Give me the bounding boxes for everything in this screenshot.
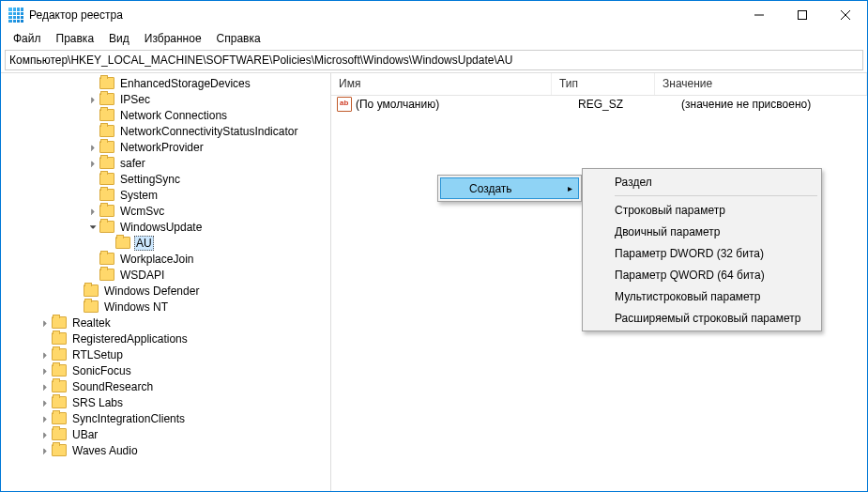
chevron-right-icon[interactable] bbox=[38, 430, 52, 439]
string-value-icon bbox=[337, 97, 352, 112]
tree-item-label: SettingSync bbox=[118, 173, 182, 186]
chevron-right-icon[interactable] bbox=[86, 159, 99, 168]
tree-item-label: safer bbox=[118, 157, 147, 170]
chevron-right-icon[interactable] bbox=[38, 366, 52, 376]
list-header: Имя Тип Значение bbox=[331, 73, 867, 96]
tree-item-label: SyncIntegrationClients bbox=[70, 412, 187, 425]
folder-icon bbox=[52, 348, 67, 361]
tree-item-label: NetworkConnectivityStatusIndicator bbox=[118, 125, 299, 138]
tree-item-label: UBar bbox=[70, 428, 99, 441]
chevron-right-icon[interactable] bbox=[38, 446, 52, 455]
tree-item[interactable]: WSDAPI bbox=[1, 267, 330, 283]
tree-item[interactable]: SonicFocus bbox=[1, 362, 330, 378]
menu-file[interactable]: Файл bbox=[6, 30, 49, 47]
tree-item[interactable]: Realtek bbox=[1, 315, 330, 331]
folder-icon bbox=[99, 93, 114, 105]
menu-view[interactable]: Вид bbox=[101, 30, 137, 47]
minimize-button[interactable] bbox=[738, 1, 781, 29]
menubar: Файл Правка Вид Избранное Справка bbox=[1, 29, 867, 48]
tree-item[interactable]: Windows NT bbox=[1, 299, 330, 315]
tree-pane[interactable]: EnhancedStorageDevicesIPSecNetwork Conne… bbox=[1, 73, 331, 491]
tree-item[interactable]: SyncIntegrationClients bbox=[1, 410, 330, 426]
ctx-new-string[interactable]: Строковый параметр bbox=[585, 199, 819, 221]
titlebar: Редактор реестра bbox=[1, 1, 867, 29]
chevron-right-icon[interactable] bbox=[38, 350, 52, 360]
tree-item-label: AU bbox=[134, 236, 154, 251]
folder-icon bbox=[99, 173, 114, 185]
folder-icon bbox=[52, 364, 67, 377]
tree-item[interactable]: SoundResearch bbox=[1, 378, 330, 394]
ctx-create[interactable]: Создать bbox=[440, 177, 579, 199]
tree-item-label: RTLSetup bbox=[70, 348, 125, 361]
chevron-right-icon[interactable] bbox=[38, 414, 52, 423]
folder-icon bbox=[52, 380, 67, 392]
tree-item[interactable]: AU bbox=[1, 235, 330, 251]
folder-icon bbox=[99, 157, 114, 169]
tree-item[interactable]: SettingSync bbox=[1, 171, 330, 187]
folder-icon bbox=[84, 284, 99, 297]
folder-icon bbox=[84, 300, 99, 313]
folder-icon bbox=[99, 189, 114, 201]
ctx-create-label: Создать bbox=[469, 182, 512, 195]
ctx-new-qword[interactable]: Параметр QWORD (64 бита) bbox=[585, 264, 819, 285]
tree-item-label: NetworkProvider bbox=[118, 141, 206, 154]
tree-item-label: SonicFocus bbox=[70, 364, 133, 377]
chevron-right-icon[interactable] bbox=[38, 382, 52, 392]
tree-item-label: WorkplaceJoin bbox=[118, 253, 195, 266]
col-value[interactable]: Значение bbox=[655, 73, 867, 95]
address-bar[interactable]: Компьютер\HKEY_LOCAL_MACHINE\SOFTWARE\Po… bbox=[5, 50, 863, 70]
folder-icon bbox=[99, 221, 114, 233]
ctx-new-expand[interactable]: Расширяемый строковый параметр bbox=[585, 307, 819, 329]
menu-edit[interactable]: Правка bbox=[49, 30, 102, 47]
tree-item[interactable]: RTLSetup bbox=[1, 346, 330, 362]
tree-item[interactable]: EnhancedStorageDevices bbox=[1, 75, 330, 91]
tree-item[interactable]: Network Connections bbox=[1, 107, 330, 123]
tree-item[interactable]: WindowsUpdate bbox=[1, 219, 330, 235]
tree-item[interactable]: NetworkProvider bbox=[1, 139, 330, 155]
list-body: (По умолчанию)REG_SZ(значение не присвое… bbox=[331, 96, 867, 113]
folder-icon bbox=[52, 316, 67, 329]
tree-item[interactable]: WorkplaceJoin bbox=[1, 251, 330, 267]
tree-item-label: System bbox=[118, 189, 160, 202]
tree-item[interactable]: NetworkConnectivityStatusIndicator bbox=[1, 123, 330, 139]
tree-item-label: WindowsUpdate bbox=[118, 221, 204, 234]
folder-icon bbox=[115, 237, 130, 249]
chevron-right-icon[interactable] bbox=[38, 318, 52, 328]
chevron-right-icon[interactable] bbox=[38, 398, 52, 407]
address-text: Компьютер\HKEY_LOCAL_MACHINE\SOFTWARE\Po… bbox=[9, 54, 512, 67]
chevron-right-icon[interactable] bbox=[86, 207, 99, 216]
folder-icon bbox=[52, 396, 67, 408]
chevron-right-icon[interactable] bbox=[86, 143, 99, 152]
cell-name: (По умолчанию) bbox=[356, 98, 571, 111]
tree-item[interactable]: UBar bbox=[1, 426, 330, 442]
tree-item[interactable]: Windows Defender bbox=[1, 283, 330, 299]
tree-item[interactable]: SRS Labs bbox=[1, 394, 330, 410]
tree-item[interactable]: WcmSvc bbox=[1, 203, 330, 219]
tree-item[interactable]: IPSec bbox=[1, 91, 330, 107]
list-row[interactable]: (По умолчанию)REG_SZ(значение не присвое… bbox=[331, 96, 867, 113]
folder-icon bbox=[99, 109, 114, 121]
chevron-right-icon[interactable] bbox=[86, 95, 99, 104]
ctx-new-multi[interactable]: Мультистроковый параметр bbox=[585, 285, 819, 307]
tree-item[interactable]: System bbox=[1, 187, 330, 203]
ctx-new-binary[interactable]: Двоичный параметр bbox=[585, 221, 819, 242]
close-button[interactable] bbox=[824, 1, 867, 29]
app-icon bbox=[8, 8, 23, 23]
tree-item[interactable]: safer bbox=[1, 155, 330, 171]
col-name[interactable]: Имя bbox=[331, 73, 552, 95]
menu-favorites[interactable]: Избранное bbox=[137, 30, 209, 47]
tree-item[interactable]: Waves Audio bbox=[1, 442, 330, 458]
chevron-down-icon[interactable] bbox=[86, 223, 99, 232]
maximize-button[interactable] bbox=[781, 1, 824, 29]
col-type[interactable]: Тип bbox=[552, 73, 655, 95]
ctx-new-key[interactable]: Раздел bbox=[585, 171, 819, 192]
tree-item-label: Network Connections bbox=[118, 109, 229, 122]
tree-item-label: WcmSvc bbox=[118, 205, 166, 218]
tree-item-label: Windows NT bbox=[102, 300, 170, 314]
menu-help[interactable]: Справка bbox=[209, 30, 268, 47]
tree-item[interactable]: RegisteredApplications bbox=[1, 331, 330, 346]
cell-value: (значение не присвоено) bbox=[674, 98, 867, 111]
context-submenu: Раздел Строковый параметр Двоичный парам… bbox=[582, 168, 822, 331]
ctx-new-dword[interactable]: Параметр DWORD (32 бита) bbox=[585, 242, 819, 264]
folder-icon bbox=[99, 125, 114, 137]
